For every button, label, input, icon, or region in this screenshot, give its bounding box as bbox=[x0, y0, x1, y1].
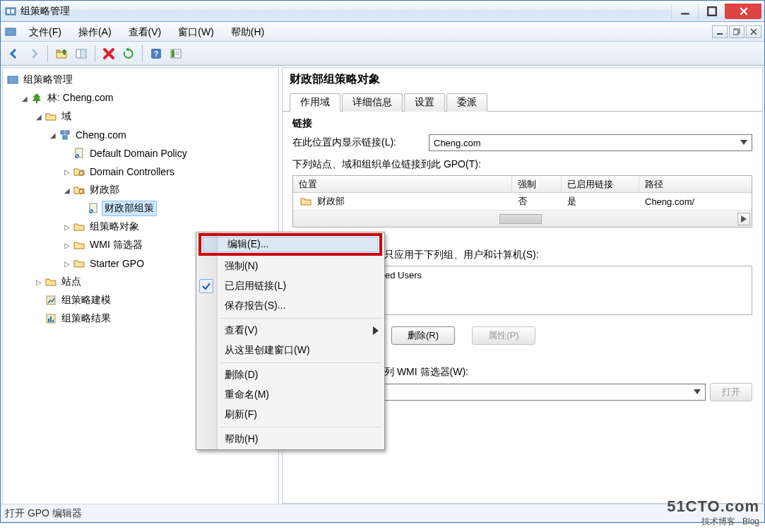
app-icon bbox=[5, 6, 16, 17]
col-enforced[interactable]: 强制 bbox=[512, 176, 562, 193]
tab-details[interactable]: 详细信息 bbox=[342, 93, 403, 112]
cm-new-window[interactable]: 从这里创建窗口(W) bbox=[196, 341, 384, 360]
tree-label: 组策略建模 bbox=[59, 293, 113, 307]
cm-link-enabled[interactable]: 已启用链接(L) bbox=[196, 276, 384, 296]
tree-default-domain-policy[interactable]: Default Domain Policy bbox=[6, 144, 278, 162]
toolbar-help-button[interactable]: ? bbox=[147, 45, 165, 63]
svg-rect-8 bbox=[733, 30, 738, 35]
gpmc-icon bbox=[7, 74, 18, 85]
cm-separator bbox=[220, 362, 381, 363]
window-maximize-button[interactable] bbox=[698, 4, 725, 19]
menu-view[interactable]: 查看(V) bbox=[121, 22, 169, 42]
toolbar-separator bbox=[47, 45, 48, 62]
links-listview[interactable]: 位置 强制 已启用链接 路径 财政部 否 是 Cheng.com/ bbox=[292, 175, 752, 227]
check-icon bbox=[199, 279, 213, 293]
cm-view[interactable]: 查看(V) bbox=[196, 321, 384, 341]
cm-separator bbox=[220, 427, 381, 427]
toolbar-delete-button[interactable] bbox=[100, 45, 118, 63]
security-filtering-label: 只应用于下列组、用户和计算机(S): bbox=[384, 249, 752, 261]
titlebar[interactable]: 组策略管理 bbox=[1, 1, 764, 22]
folder-icon bbox=[73, 240, 85, 251]
toolbar: ? bbox=[1, 42, 764, 66]
toolbar-props-button[interactable] bbox=[167, 45, 185, 63]
folder-icon bbox=[45, 111, 57, 122]
scroll-right-button[interactable] bbox=[737, 213, 750, 225]
tree-domain[interactable]: ◢ Cheng.com bbox=[6, 126, 278, 144]
tree-label: Default Domain Policy bbox=[88, 147, 189, 160]
svg-rect-19 bbox=[36, 101, 37, 103]
toolbar-separator bbox=[142, 45, 143, 62]
mdi-restore-button[interactable] bbox=[729, 25, 745, 38]
listview-row[interactable]: 财政部 否 是 Cheng.com/ bbox=[293, 193, 752, 210]
details-title: 财政部组策略对象 bbox=[283, 68, 762, 93]
chevron-down-icon bbox=[694, 389, 701, 395]
toolbar-show-hide-button[interactable] bbox=[72, 45, 90, 63]
svg-rect-18 bbox=[8, 76, 18, 83]
show-links-combo[interactable]: Cheng.com bbox=[429, 134, 752, 151]
tree-label: 组策略结果 bbox=[59, 312, 113, 326]
tree-domain-controllers[interactable]: ▷ Domain Controllers bbox=[6, 162, 278, 181]
cm-save-report[interactable]: 保存报告(S)... bbox=[196, 296, 384, 316]
tree-label: 域 bbox=[59, 110, 73, 124]
svg-rect-6 bbox=[717, 33, 723, 35]
svg-rect-2 bbox=[11, 9, 14, 13]
col-location[interactable]: 位置 bbox=[293, 176, 512, 193]
menu-file[interactable]: 文件(F) bbox=[22, 22, 69, 42]
svg-rect-20 bbox=[61, 131, 64, 134]
tree-root[interactable]: 组策略管理 bbox=[6, 71, 278, 89]
cm-refresh[interactable]: 刷新(F) bbox=[196, 405, 384, 425]
listview-hscroll[interactable] bbox=[293, 210, 752, 227]
menubar: 文件(F) 操作(A) 查看(V) 窗口(W) 帮助(H) bbox=[1, 22, 764, 42]
listview-header[interactable]: 位置 强制 已启用链接 路径 bbox=[293, 176, 752, 193]
menu-action[interactable]: 操作(A) bbox=[71, 22, 119, 42]
section-links-header: 链接 bbox=[292, 117, 752, 130]
context-menu[interactable]: 编辑(E)... 强制(N) 已启用链接(L) 保存报告(S)... 查看(V)… bbox=[196, 232, 385, 450]
show-links-label: 在此位置内显示链接(L): bbox=[292, 136, 396, 149]
svg-rect-31 bbox=[48, 319, 49, 322]
gpo-link-icon bbox=[88, 203, 99, 214]
tree-label-selected: 财政部组策 bbox=[102, 201, 157, 216]
svg-rect-21 bbox=[66, 131, 69, 134]
tree-domains[interactable]: ◢ 域 bbox=[6, 107, 278, 126]
cm-label: 查看(V) bbox=[225, 324, 258, 336]
tab-scope[interactable]: 作用域 bbox=[290, 93, 340, 112]
cell-location: 财政部 bbox=[317, 195, 345, 208]
mdi-close-button[interactable] bbox=[746, 25, 761, 38]
window-close-button[interactable] bbox=[725, 4, 761, 19]
cm-delete[interactable]: 删除(D) bbox=[196, 365, 384, 385]
svg-rect-3 bbox=[681, 13, 689, 14]
col-link-enabled[interactable]: 已启用链接 bbox=[562, 176, 639, 193]
cm-rename[interactable]: 重命名(M) bbox=[196, 385, 384, 405]
toolbar-up-button[interactable] bbox=[52, 45, 71, 63]
tab-delegation[interactable]: 委派 bbox=[446, 93, 487, 112]
cm-edit[interactable]: 编辑(E)... bbox=[198, 233, 382, 256]
tree-label: Cheng.com bbox=[73, 129, 129, 141]
tree-ou-finance[interactable]: ◢ 财政部 bbox=[6, 181, 278, 199]
scrollbar-thumb[interactable] bbox=[499, 214, 542, 224]
cm-enforce[interactable]: 强制(N) bbox=[196, 256, 384, 276]
statusbar: 打开 GPO 编辑器 bbox=[1, 504, 764, 522]
results-icon bbox=[45, 313, 57, 324]
svg-rect-11 bbox=[81, 50, 85, 57]
cm-label: 已启用链接(L) bbox=[225, 280, 286, 291]
toolbar-refresh-button[interactable] bbox=[119, 45, 138, 63]
tree-label: 站点 bbox=[59, 275, 83, 289]
tab-settings[interactable]: 设置 bbox=[404, 93, 445, 112]
cm-help[interactable]: 帮助(H) bbox=[196, 430, 384, 449]
folder-icon bbox=[45, 276, 57, 288]
window-minimize-button[interactable] bbox=[671, 4, 698, 19]
wmi-filter-label: 列 WMI 筛选器(W): bbox=[384, 366, 752, 379]
remove-button[interactable]: 删除(R) bbox=[391, 326, 455, 345]
mdi-minimize-button[interactable] bbox=[712, 25, 728, 38]
col-path[interactable]: 路径 bbox=[639, 176, 752, 193]
svg-rect-33 bbox=[52, 320, 54, 322]
menu-help[interactable]: 帮助(H) bbox=[224, 22, 271, 42]
toolbar-forward-button[interactable] bbox=[25, 45, 43, 63]
menu-window[interactable]: 窗口(W) bbox=[171, 22, 221, 42]
tree-label: WMI 筛选器 bbox=[88, 238, 145, 252]
tree-gpo-finance[interactable]: 财政部组策 bbox=[6, 199, 278, 218]
toolbar-back-button[interactable] bbox=[5, 45, 23, 63]
svg-rect-1 bbox=[7, 9, 10, 13]
tree-forest[interactable]: ◢ 林: Cheng.com bbox=[6, 89, 278, 107]
toolbar-separator bbox=[95, 45, 95, 62]
